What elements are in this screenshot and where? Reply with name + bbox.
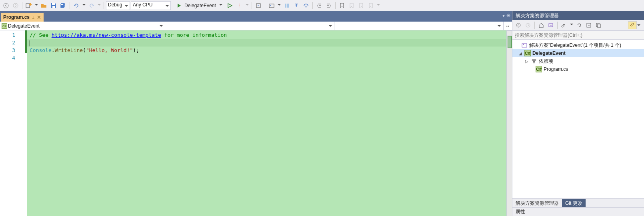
scope-label: DelegateEvent <box>8 23 40 29</box>
se-show-all-files-button[interactable] <box>594 21 603 30</box>
scope-dropdown[interactable]: C# DelegateEvent <box>0 22 165 30</box>
se-refresh-button[interactable] <box>575 21 584 30</box>
se-sync-dropdown[interactable] <box>569 24 574 27</box>
properties-panel-header[interactable]: 属性 <box>512 207 644 216</box>
configuration-dropdown[interactable]: Debug <box>106 1 130 10</box>
tab-settings-icon[interactable]: ✳ <box>506 13 510 18</box>
code-line: Console.WriteLine("Hello, World!"); <box>30 46 506 54</box>
line-number: 4 <box>0 54 15 62</box>
step-over-button[interactable] <box>302 1 310 10</box>
se-sync-button[interactable] <box>560 21 568 30</box>
solution-explorer-panel: 解决方案资源管理器 解决方案"DelegateEvent"(1 个项目/共 <box>512 11 644 216</box>
svg-point-13 <box>526 23 530 27</box>
solution-search-input[interactable] <box>512 31 644 39</box>
tabstrip-tools: ▾ ✳ <box>502 13 510 18</box>
csharp-icon: C# <box>2 23 7 29</box>
se-home-button[interactable] <box>537 21 546 30</box>
expander-icon[interactable]: ▷ <box>524 59 529 64</box>
solution-node[interactable]: 解决方案"DelegateEvent"(1 个项目/共 1 个) <box>512 41 644 49</box>
expander-icon[interactable]: ◢ <box>518 51 523 56</box>
tab-overflow-icon[interactable]: ▾ <box>502 13 505 18</box>
outdent-button[interactable] <box>315 1 324 10</box>
solution-explorer-header[interactable]: 解决方案资源管理器 <box>512 11 644 20</box>
new-item-dropdown[interactable] <box>34 4 39 7</box>
member-dropdown[interactable] <box>334 22 504 30</box>
new-item-button[interactable] <box>24 1 33 10</box>
split-grip[interactable] <box>506 30 512 36</box>
separator <box>265 2 265 9</box>
bookmark-button[interactable] <box>338 1 346 10</box>
open-file-button[interactable] <box>40 1 48 10</box>
project-node[interactable]: ◢ C# DelegateEvent <box>512 49 644 57</box>
file-label: Program.cs <box>544 66 568 72</box>
main-toolbar: Debug Any CPU DelegateEvent <box>0 0 644 11</box>
nav-back-button[interactable] <box>2 1 10 10</box>
separator <box>335 2 336 9</box>
separator <box>70 2 70 9</box>
type-dropdown[interactable] <box>165 22 334 30</box>
separator <box>605 22 605 29</box>
split-editor-button[interactable]: ↔ <box>503 22 512 30</box>
solution-search-box[interactable] <box>512 31 644 40</box>
nav-forward-button[interactable] <box>11 1 20 10</box>
line-number: 1 <box>0 31 15 39</box>
undo-dropdown[interactable] <box>82 4 86 7</box>
svg-rect-19 <box>522 44 527 47</box>
bookmark-dropdown[interactable] <box>376 4 381 7</box>
step-into-button[interactable] <box>292 1 301 10</box>
start-debug-button[interactable]: DelegateEvent <box>175 1 225 10</box>
file-node[interactable]: C# Program.cs <box>512 65 644 73</box>
tab-solution-explorer[interactable]: 解决方案资源管理器 <box>512 199 562 207</box>
dependencies-node[interactable]: ▷ 依赖项 <box>512 57 644 65</box>
separator <box>252 2 252 9</box>
doc-link[interactable]: https://aka.ms/new-console-template <box>52 32 161 38</box>
save-all-button[interactable] <box>59 1 68 10</box>
document-tab[interactable]: Program.cs ⟂ ✕ <box>1 13 44 22</box>
separator <box>173 2 173 9</box>
tool-button-3[interactable] <box>282 1 291 10</box>
code-line-current <box>27 39 506 46</box>
dependencies-label: 依赖项 <box>539 58 553 65</box>
run-target-label: DelegateEvent <box>184 3 216 8</box>
next-bookmark-button[interactable] <box>357 1 366 10</box>
tab-git-changes[interactable]: Git 更改 <box>562 199 586 207</box>
solution-tree[interactable]: 解决方案"DelegateEvent"(1 个项目/共 1 个) ◢ C# De… <box>512 40 644 198</box>
prev-bookmark-button[interactable] <box>347 1 356 10</box>
solution-label: 解决方案"DelegateEvent"(1 个项目/共 1 个) <box>529 42 621 49</box>
svg-rect-20 <box>523 44 524 45</box>
line-number: 3 <box>0 46 15 54</box>
hot-reload-button[interactable] <box>235 1 244 10</box>
pin-icon[interactable]: ⟂ <box>32 15 34 20</box>
tool-button-1[interactable] <box>254 1 263 10</box>
code-editor[interactable]: // See https://aka.ms/new-console-templa… <box>27 30 506 216</box>
code-nav-bar: C# DelegateEvent ↔ <box>0 22 512 30</box>
csharp-project-icon: C# <box>524 50 531 56</box>
start-without-debug-button[interactable] <box>226 1 234 10</box>
scroll-overview-mark <box>508 36 512 48</box>
tool-button-2[interactable] <box>267 1 276 10</box>
separator <box>104 2 104 9</box>
code-line <box>30 54 506 62</box>
undo-button[interactable] <box>72 1 81 10</box>
vertical-scrollbar[interactable] <box>506 30 512 216</box>
right-pane-tabs: 解决方案资源管理器 Git 更改 <box>512 198 644 207</box>
svg-point-11 <box>305 6 306 8</box>
hot-reload-dropdown[interactable] <box>245 4 250 7</box>
save-button[interactable] <box>49 1 58 10</box>
se-properties-button[interactable] <box>628 21 637 29</box>
redo-dropdown[interactable] <box>97 4 102 7</box>
line-number: 2 <box>0 39 15 46</box>
redo-button[interactable] <box>87 1 96 10</box>
separator <box>22 2 22 9</box>
se-back-button[interactable] <box>514 21 523 30</box>
se-collapse-all-button[interactable] <box>584 21 593 30</box>
svg-rect-10 <box>287 4 289 8</box>
csharp-file-icon: C# <box>536 66 542 72</box>
se-switch-views-button[interactable] <box>546 21 555 30</box>
se-forward-button[interactable] <box>524 21 532 30</box>
tool-dropdown-2[interactable] <box>277 4 282 7</box>
clear-bookmarks-button[interactable] <box>366 1 375 10</box>
platform-dropdown[interactable]: Any CPU <box>131 1 171 10</box>
close-tab-icon[interactable]: ✕ <box>37 14 41 20</box>
indent-button[interactable] <box>324 1 333 10</box>
